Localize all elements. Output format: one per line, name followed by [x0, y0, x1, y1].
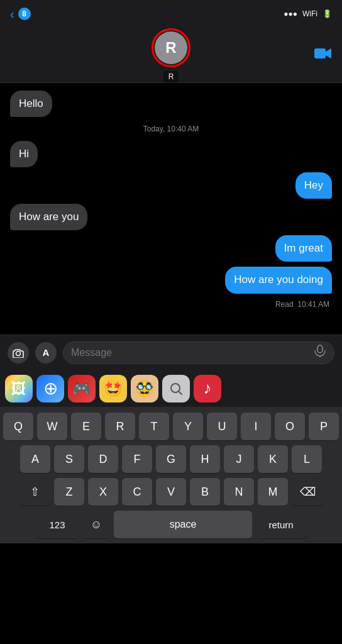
app-memoji[interactable]: 🤩: [99, 375, 127, 402]
key-v[interactable]: V: [156, 478, 186, 506]
nav-bar: R R: [0, 28, 342, 83]
key-t[interactable]: T: [139, 413, 169, 440]
key-a[interactable]: A: [20, 445, 50, 473]
key-o[interactable]: O: [275, 413, 305, 440]
svg-rect-0: [314, 48, 326, 58]
key-w[interactable]: W: [37, 413, 67, 440]
emoji-key[interactable]: ☺: [82, 511, 110, 538]
key-y[interactable]: Y: [173, 413, 203, 440]
back-badge[interactable]: 8: [18, 8, 31, 20]
nav-center[interactable]: R R: [152, 28, 190, 82]
input-bar: A: [0, 335, 342, 370]
app-search[interactable]: [162, 375, 190, 402]
key-q[interactable]: Q: [3, 413, 33, 440]
key-g[interactable]: G: [156, 445, 186, 473]
key-h[interactable]: H: [190, 445, 220, 473]
key-s[interactable]: S: [54, 445, 84, 473]
key-row-2: A S D F G H J K L: [3, 445, 339, 473]
read-receipt: Read 10:41 AM: [10, 300, 332, 309]
key-row-1: Q W E R T Y U I O P: [3, 413, 339, 440]
bubble-hello: Hello: [10, 91, 52, 117]
audio-icon[interactable]: [314, 345, 326, 360]
message-input[interactable]: [71, 347, 309, 358]
numbers-key[interactable]: 123: [36, 511, 79, 538]
timestamp-1040: Today, 10:40 AM: [10, 125, 332, 133]
shift-key[interactable]: ⇧: [19, 478, 50, 506]
key-e[interactable]: E: [71, 413, 101, 440]
signal-icon: ●●●: [284, 9, 297, 18]
camera-button[interactable]: [8, 342, 29, 364]
battery-icon: 🔋: [323, 9, 332, 18]
message-row-hi: Hi: [10, 141, 332, 167]
app-appstore[interactable]: ⊕: [36, 375, 64, 402]
key-d[interactable]: D: [88, 445, 118, 473]
bubble-hey: Hey: [295, 172, 332, 199]
key-j[interactable]: J: [224, 445, 254, 473]
message-row-how-are-you: How are you: [10, 204, 332, 230]
backspace-key[interactable]: ⌫: [292, 478, 323, 506]
space-key[interactable]: space: [114, 511, 252, 538]
apps-icon: A: [43, 347, 50, 358]
status-right: ●●● WiFi 🔋: [284, 9, 332, 18]
svg-point-1: [16, 351, 21, 355]
key-r[interactable]: R: [105, 413, 135, 440]
key-f[interactable]: F: [122, 445, 152, 473]
contact-name-bar: R: [163, 71, 179, 82]
key-row-bottom: 123 ☺ space return: [3, 511, 339, 538]
key-row-3: ⇧ Z X C V B N M ⌫: [3, 478, 339, 506]
app-stickers[interactable]: 🥸: [131, 375, 158, 402]
keyboard: Q W E R T Y U I O P A S D F G H J K L ⇧ …: [0, 408, 342, 543]
key-p[interactable]: P: [309, 413, 339, 440]
key-m[interactable]: M: [258, 478, 288, 506]
key-k[interactable]: K: [258, 445, 288, 473]
contact-avatar-wrapper[interactable]: R: [152, 28, 190, 67]
key-c[interactable]: C: [122, 478, 152, 506]
message-input-wrap[interactable]: [63, 341, 334, 364]
status-left: ‹ 8: [10, 7, 31, 21]
app-photos[interactable]: 🖼: [5, 375, 33, 402]
svg-line-5: [179, 391, 182, 394]
bubble-hi: Hi: [10, 141, 38, 167]
app-gamecontroller[interactable]: 🎮: [68, 375, 96, 402]
svg-rect-2: [317, 345, 323, 353]
key-u[interactable]: U: [207, 413, 237, 440]
messages-area: Hello Today, 10:40 AM Hi Hey How are you…: [0, 83, 342, 335]
message-row-hello: Hello: [10, 91, 332, 117]
key-n[interactable]: N: [224, 478, 254, 506]
key-i[interactable]: I: [241, 413, 271, 440]
bubble-how-are-you-doing: How are you doing: [225, 267, 332, 293]
key-l[interactable]: L: [292, 445, 322, 473]
contact-avatar[interactable]: R: [155, 31, 187, 64]
video-call-button[interactable]: [314, 47, 332, 64]
wifi-icon: WiFi: [302, 9, 317, 18]
key-z[interactable]: Z: [54, 478, 84, 506]
apps-button[interactable]: A: [35, 342, 57, 364]
app-drawer: 🖼 ⊕ 🎮 🤩 🥸 ♪: [0, 370, 342, 408]
message-row-im-great: Im great: [10, 235, 332, 262]
bubble-im-great: Im great: [275, 235, 332, 262]
status-bar: ‹ 8 ●●● WiFi 🔋: [0, 0, 342, 28]
bubble-how-are-you: How are you: [10, 204, 87, 230]
key-x[interactable]: X: [88, 478, 118, 506]
message-row-how-are-you-doing: How are you doing: [10, 267, 332, 293]
app-music[interactable]: ♪: [194, 375, 221, 402]
return-key[interactable]: return: [256, 511, 306, 538]
key-b[interactable]: B: [190, 478, 220, 506]
back-arrow-icon[interactable]: ‹: [10, 7, 14, 21]
message-row-hey: Hey: [10, 172, 332, 199]
